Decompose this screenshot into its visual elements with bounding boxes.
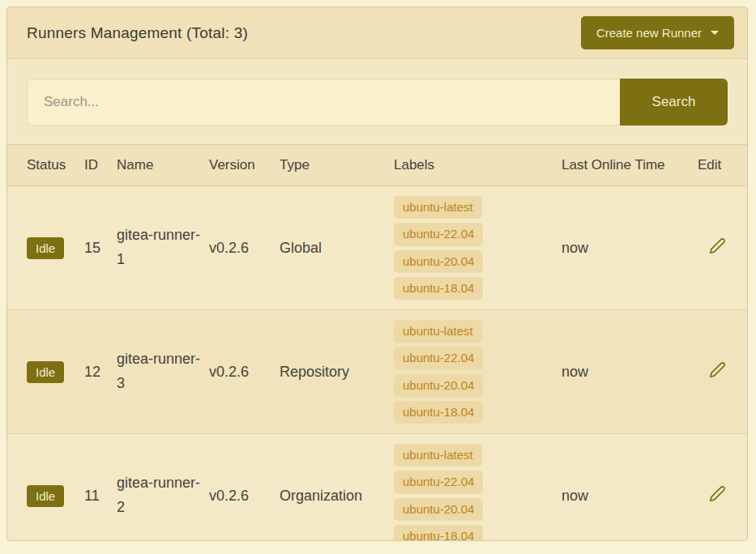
- runner-version: v0.2.6: [209, 364, 249, 380]
- runner-version: v0.2.6: [209, 488, 249, 504]
- edit-runner-button[interactable]: [709, 485, 726, 502]
- runner-label: ubuntu-18.04: [394, 525, 483, 541]
- create-new-runner-button[interactable]: Create new Runner: [581, 16, 734, 49]
- runner-label: ubuntu-22.04: [394, 347, 483, 369]
- runner-label: ubuntu-18.04: [394, 277, 483, 300]
- pencil-icon: [709, 237, 726, 254]
- runner-label: ubuntu-22.04: [394, 223, 483, 245]
- search-button[interactable]: Search: [620, 79, 728, 126]
- search-input[interactable]: [27, 79, 620, 126]
- runners-management-panel: Runners Management (Total: 3) Create new…: [6, 6, 748, 541]
- column-header-edit: Edit: [698, 145, 748, 186]
- panel-header: Runners Management (Total: 3) Create new…: [7, 7, 747, 59]
- runner-label: ubuntu-latest: [394, 320, 482, 343]
- status-badge: Idle: [27, 485, 64, 507]
- runner-name: gitea-runner-3: [117, 351, 200, 391]
- column-header-version: Version: [209, 145, 280, 186]
- runner-type: Organization: [280, 488, 362, 504]
- status-badge: Idle: [27, 237, 64, 259]
- column-header-name: Name: [117, 145, 209, 186]
- create-new-runner-label: Create new Runner: [596, 26, 702, 40]
- runner-row: Idle15gitea-runner-1v0.2.6Globalubuntu-l…: [7, 186, 748, 310]
- runner-name: gitea-runner-1: [117, 227, 200, 267]
- runner-label: ubuntu-18.04: [394, 401, 483, 424]
- pencil-icon: [709, 485, 726, 502]
- runner-version: v0.2.6: [209, 240, 249, 256]
- pencil-icon: [709, 361, 726, 378]
- column-header-labels: Labels: [394, 145, 562, 186]
- last-online-time: now: [562, 488, 588, 504]
- page-title: Runners Management (Total: 3): [27, 24, 248, 42]
- runner-row: Idle12gitea-runner-3v0.2.6Repositoryubun…: [7, 310, 748, 434]
- runner-id: 12: [84, 364, 100, 380]
- runner-label: ubuntu-20.04: [394, 250, 483, 273]
- runner-type: Global: [280, 240, 322, 256]
- runners-table: StatusIDNameVersionTypeLabelsLast Online…: [7, 144, 748, 541]
- edit-runner-button[interactable]: [709, 361, 726, 378]
- runner-type: Repository: [280, 364, 349, 380]
- labels-list: ubuntu-latestubuntu-22.04ubuntu-20.04ubu…: [394, 320, 555, 424]
- labels-list: ubuntu-latestubuntu-22.04ubuntu-20.04ubu…: [394, 444, 555, 541]
- chevron-down-icon: [711, 31, 719, 35]
- last-online-time: now: [562, 364, 588, 380]
- runner-label: ubuntu-20.04: [394, 374, 483, 397]
- search-bar: Search: [7, 59, 747, 144]
- column-header-type: Type: [280, 145, 394, 186]
- runner-label: ubuntu-22.04: [394, 471, 483, 493]
- runner-label: ubuntu-20.04: [394, 498, 483, 521]
- labels-list: ubuntu-latestubuntu-22.04ubuntu-20.04ubu…: [394, 196, 555, 300]
- runner-id: 11: [84, 488, 100, 504]
- runner-label: ubuntu-latest: [394, 444, 482, 467]
- runner-label: ubuntu-latest: [394, 196, 482, 219]
- column-header-last-online-time: Last Online Time: [562, 145, 698, 186]
- runner-name: gitea-runner-2: [117, 475, 200, 515]
- edit-runner-button[interactable]: [709, 237, 726, 254]
- runner-id: 15: [84, 240, 100, 256]
- status-badge: Idle: [27, 361, 64, 383]
- table-header-row: StatusIDNameVersionTypeLabelsLast Online…: [7, 145, 748, 186]
- last-online-time: now: [562, 240, 588, 256]
- column-header-status: Status: [7, 145, 84, 186]
- runner-row: Idle11gitea-runner-2v0.2.6Organizationub…: [7, 434, 748, 542]
- column-header-id: ID: [84, 145, 117, 186]
